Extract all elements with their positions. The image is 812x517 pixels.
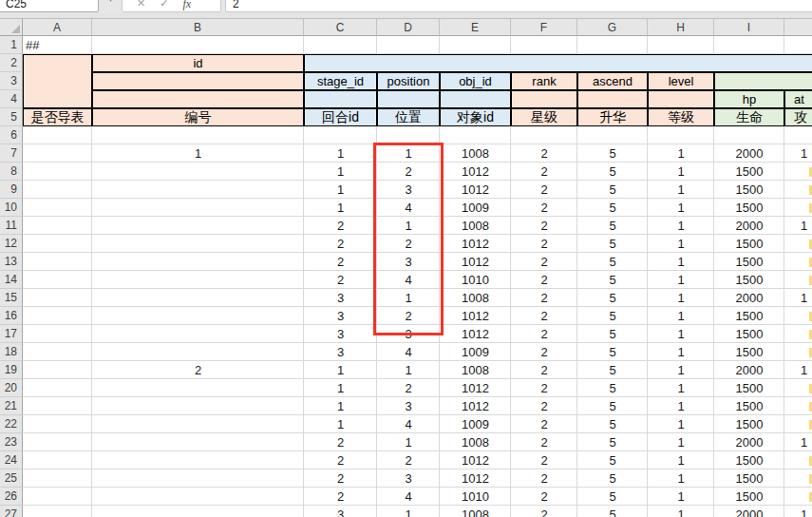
row-header-6[interactable]: 6 [0,126,23,144]
cell-B13[interactable] [92,253,304,271]
cell-B14[interactable] [92,271,304,289]
row-header-24[interactable]: 24 [0,451,23,469]
header-cell-G3[interactable]: ascend [577,72,648,90]
cell-C1[interactable] [304,36,377,54]
header-cell-H5[interactable]: 等级 [648,108,714,126]
select-all-corner[interactable] [0,19,23,36]
cell-J9[interactable] [784,181,812,199]
column-header-G[interactable]: G [577,19,648,36]
header-cell-E3[interactable]: obj_id [440,72,511,90]
header-cell-C5[interactable]: 回合id [304,108,377,126]
header-cell-E4[interactable] [440,90,511,108]
cell-A6[interactable] [23,126,92,144]
cell-F1[interactable] [511,36,577,54]
header-cell-A2[interactable] [23,54,92,108]
cell-A25[interactable] [23,469,92,488]
cell-B15[interactable] [92,289,304,307]
column-header-F[interactable]: F [511,19,577,36]
header-cell-H4[interactable] [648,90,714,108]
cell-B23[interactable] [92,433,304,451]
cell-E6[interactable] [440,126,511,144]
cell-J8[interactable] [784,163,812,181]
cell-A11[interactable] [23,217,92,235]
cell-H1[interactable] [648,36,714,54]
header-cell-E5[interactable]: 对象id [440,108,511,126]
cell-B24[interactable] [92,451,304,469]
cell-A17[interactable] [23,325,92,343]
cell-A16[interactable] [23,307,92,325]
cell-A22[interactable] [23,415,92,433]
cell-A7[interactable] [23,144,92,163]
cell-B16[interactable] [92,307,304,325]
cell-G6[interactable] [577,126,648,144]
cell-E1[interactable] [440,36,511,54]
name-box[interactable]: C25 [0,0,99,12]
column-header-E[interactable]: E [440,19,511,36]
cell-B18[interactable] [92,343,304,361]
cell-J16[interactable] [784,307,812,325]
cell-J14[interactable] [784,271,812,289]
fx-icon[interactable]: fx [182,0,191,11]
cell-J13[interactable] [784,253,812,271]
row-header-27[interactable]: 27 [0,506,23,517]
row-header-11[interactable]: 11 [0,217,23,235]
header-cell-C4[interactable] [304,90,377,108]
header-cell-D5[interactable]: 位置 [377,108,440,126]
header-cell-I4[interactable]: hp [714,90,784,108]
column-header-J[interactable] [784,19,812,36]
cell-A19[interactable] [23,361,92,379]
cell-A18[interactable] [23,343,92,361]
cancel-icon[interactable]: ✕ [137,0,145,10]
formula-input[interactable]: 2 [225,0,812,12]
row-header-19[interactable]: 19 [0,361,23,379]
column-header-D[interactable]: D [377,19,440,36]
header-cell-B3[interactable] [92,72,304,90]
cell-B17[interactable] [92,325,304,343]
row-header-18[interactable]: 18 [0,343,23,361]
cell-B21[interactable] [92,397,304,415]
cell-C6[interactable] [304,126,377,144]
header-cell-G4[interactable] [577,90,648,108]
cell-A21[interactable] [23,397,92,415]
cell-A27[interactable] [23,506,92,517]
row-header-14[interactable]: 14 [0,271,23,289]
cell-B11[interactable] [92,217,304,235]
header-cell-J4[interactable]: at [784,90,812,108]
cell-H6[interactable] [648,126,714,144]
header-cell-C3[interactable]: stage_id [304,72,377,90]
cell-J17[interactable] [784,325,812,343]
cell-A20[interactable] [23,379,92,397]
cell-B25[interactable] [92,469,304,488]
header-cell-H3[interactable]: level [648,72,714,90]
column-header-H[interactable]: H [648,19,714,36]
cell-A14[interactable] [23,271,92,289]
cell-A24[interactable] [23,451,92,469]
row-header-17[interactable]: 17 [0,325,23,343]
cell-D1[interactable] [377,36,440,54]
cell-B6[interactable] [92,126,304,144]
cell-B12[interactable] [92,235,304,253]
header-cell-I5[interactable]: 生命 [714,108,784,126]
header-cell-F3[interactable]: rank [511,72,577,90]
column-header-A[interactable]: A [23,19,92,36]
cell-J21[interactable] [784,397,812,415]
column-header-C[interactable]: C [304,19,377,36]
cell-J18[interactable] [784,343,812,361]
cell-J6[interactable] [784,126,812,144]
row-header-7[interactable]: 7 [0,144,23,163]
row-header-13[interactable]: 13 [0,253,23,271]
header-cell-I3[interactable] [714,72,812,90]
row-header-26[interactable]: 26 [0,488,23,506]
cell-B1[interactable] [92,36,304,54]
header-cell-C2[interactable] [304,54,812,72]
cell-A13[interactable] [23,253,92,271]
cell-A23[interactable] [23,433,92,451]
cell-B27[interactable] [92,506,304,517]
row-header-2[interactable]: 2 [0,54,23,72]
row-header-9[interactable]: 9 [0,181,23,199]
cell-I1[interactable] [714,36,784,54]
cell-B8[interactable] [92,163,304,181]
cell-B20[interactable] [92,379,304,397]
header-cell-A5[interactable]: 是否导表 [23,108,92,126]
row-header-25[interactable]: 25 [0,469,23,488]
